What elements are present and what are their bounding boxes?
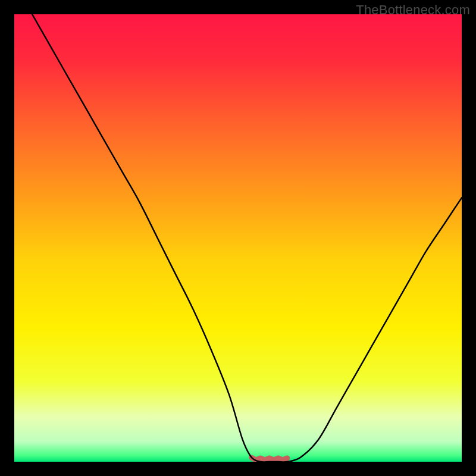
chart-svg: [14, 14, 462, 462]
flat-region-marker: [252, 458, 287, 460]
plot-area: [14, 14, 462, 462]
gradient-background: [14, 14, 462, 462]
chart-container: TheBottleneck.com: [0, 0, 476, 476]
watermark-text: TheBottleneck.com: [356, 2, 470, 18]
